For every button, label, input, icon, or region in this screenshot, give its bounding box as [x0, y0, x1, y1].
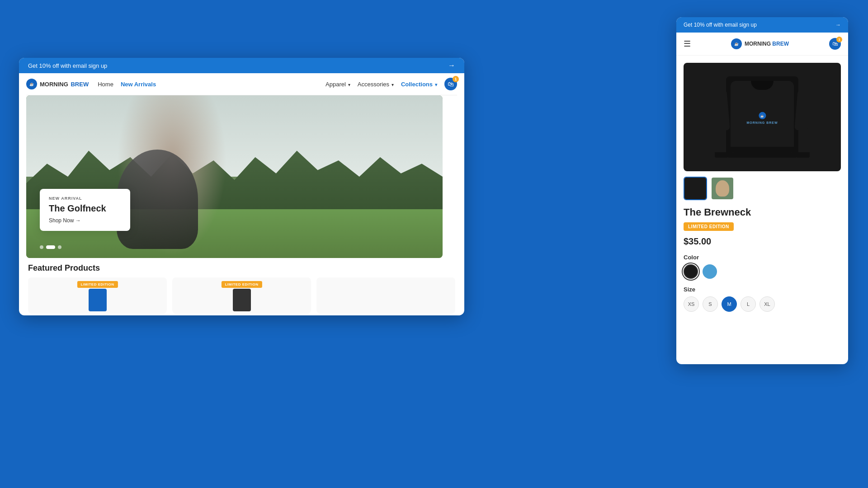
announcement-bar[interactable]: Get 10% off with email sign up → [19, 58, 464, 73]
sweater-sleeve-right [794, 89, 811, 131]
product-card-1[interactable]: LIMITED EDITION [172, 277, 311, 314]
product-card-2[interactable] [316, 277, 455, 314]
product-1-badge: LIMITED EDITION [221, 281, 262, 288]
hamburger-menu[interactable]: ☰ [684, 39, 691, 49]
product-name: The Brewneck [684, 206, 841, 218]
size-xs[interactable]: XS [684, 296, 699, 312]
hero-badge: NEW ARRIVAL [49, 196, 121, 201]
color-options [684, 264, 841, 279]
product-main-image: ☕ MORNING BREW [684, 63, 841, 171]
product-price: $35.00 [684, 236, 841, 247]
color-section-label: Color [684, 254, 841, 261]
sweater-hem [731, 147, 794, 153]
nav-home[interactable]: Home [98, 81, 113, 88]
hero-model-overlay [26, 95, 443, 258]
hero-dot-1[interactable] [46, 245, 55, 249]
mobile-panel: Get 10% off with email sign up → ☰ ☕ MOR… [676, 17, 848, 364]
hero-section: NEW ARRIVAL The Golfneck Shop Now → [26, 95, 443, 258]
hero-dots [40, 245, 61, 249]
hero-dot-2[interactable] [58, 245, 61, 249]
thumb-light-inner [712, 178, 733, 199]
nav-apparel[interactable]: Apparel [326, 81, 350, 88]
mobile-announcement-bar[interactable]: Get 10% off with email sign up → [676, 17, 848, 33]
sweater-sleeve-left [713, 89, 730, 131]
thumbnail-0[interactable] [684, 177, 707, 200]
sweater-display: ☕ MORNING BREW [726, 76, 798, 158]
desktop-browser-window: Get 10% off with email sign up → ☕ MORNI… [19, 58, 464, 315]
thumb-1-person [716, 180, 729, 197]
size-s[interactable]: S [703, 296, 718, 312]
nav-accessories[interactable]: Accessories [358, 81, 394, 88]
size-xl[interactable]: XL [760, 296, 775, 312]
color-swatch-blue[interactable] [703, 264, 717, 279]
mobile-nav: ☰ ☕ MORNING BREW 🛍 1 [676, 33, 848, 56]
mobile-announcement-arrow[interactable]: → [835, 22, 841, 28]
product-thumbnails [684, 177, 841, 200]
product-2-inner [316, 277, 455, 314]
desktop-cart-button[interactable]: 🛍 1 [444, 78, 457, 90]
announcement-text: Get 10% off with email sign up [28, 62, 107, 69]
sweater-cuff-right [796, 152, 810, 158]
thumb-dark-inner [684, 178, 706, 199]
sweater-body: ☕ MORNING BREW [731, 81, 794, 153]
nav-collections[interactable]: Collections [401, 81, 437, 88]
logo-icon: ☕ [26, 79, 37, 89]
sweater-logo: ☕ MORNING BREW [746, 112, 778, 125]
cart-badge: 1 [453, 76, 459, 82]
collections-chevron [434, 81, 437, 88]
mobile-cart-button[interactable]: 🛍 1 [829, 38, 841, 50]
size-m[interactable]: M [722, 296, 737, 312]
mobile-logo-icon: ☕ [731, 38, 742, 49]
products-grid: LIMITED EDITION LIMITED EDITION [28, 277, 455, 314]
size-section-label: Size [684, 286, 841, 293]
nav-new-arrivals[interactable]: New Arrivals [121, 81, 156, 88]
desktop-nav: ☕ MORNING BREW Home New Arrivals Apparel… [26, 73, 457, 95]
sweater-logo-icon: ☕ [759, 112, 766, 119]
mobile-logo-text: MORNING BREW [745, 41, 789, 47]
product-0-badge: LIMITED EDITION [77, 281, 118, 288]
size-options: XS S M L XL [684, 296, 841, 312]
featured-section: Featured Products LIMITED EDITION LIMITE… [19, 258, 464, 315]
product-detail: ☕ MORNING BREW The Brewneck L [676, 56, 848, 364]
apparel-chevron [347, 81, 350, 88]
product-limited-badge: LIMITED EDITION [684, 222, 734, 231]
nav-left-links: Home New Arrivals [98, 81, 156, 88]
product-0-shape [89, 289, 107, 311]
hero-background [26, 95, 443, 258]
hero-title: The Golfneck [49, 203, 121, 214]
nav-right-links: Apparel Accessories Collections 🛍 1 [326, 78, 457, 90]
logo-text: MORNING BREW [40, 81, 89, 88]
color-swatch-dark[interactable] [684, 264, 698, 279]
hero-section-wrapper: NEW ARRIVAL The Golfneck Shop Now → [19, 95, 464, 258]
mobile-cart-badge: 1 [836, 37, 842, 42]
thumb-0-shape [690, 182, 701, 195]
featured-title: Featured Products [28, 263, 455, 273]
hero-card: NEW ARRIVAL The Golfneck Shop Now → [40, 189, 130, 231]
thumbnail-1[interactable] [711, 177, 734, 200]
accessories-chevron [391, 81, 394, 88]
logo[interactable]: ☕ MORNING BREW [26, 79, 89, 89]
mobile-logo[interactable]: ☕ MORNING BREW [731, 38, 789, 49]
hero-shop-link[interactable]: Shop Now → [49, 217, 121, 224]
product-card-0[interactable]: LIMITED EDITION [28, 277, 167, 314]
hero-dot-0[interactable] [40, 245, 43, 249]
mobile-announcement-text: Get 10% off with email sign up [684, 22, 757, 28]
sweater-cuff-left [715, 152, 728, 158]
size-l[interactable]: L [741, 296, 756, 312]
desktop-nav-area: ☕ MORNING BREW Home New Arrivals Apparel… [19, 73, 464, 95]
sweater-collar [751, 81, 774, 90]
announcement-arrow[interactable]: → [448, 61, 455, 70]
product-1-shape [233, 289, 251, 311]
